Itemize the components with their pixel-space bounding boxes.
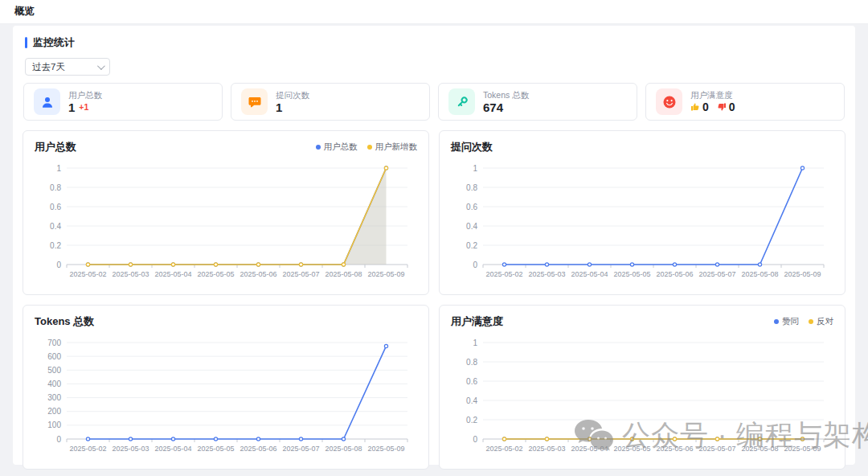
thumb-down-icon xyxy=(717,102,727,112)
stat-card-users: 用户总数 1 +1 xyxy=(23,83,223,121)
svg-text:2025-05-02: 2025-05-02 xyxy=(69,270,106,278)
legend-dot xyxy=(809,319,813,324)
svg-text:2025-05-06: 2025-05-06 xyxy=(240,445,276,453)
svg-text:2025-05-02: 2025-05-02 xyxy=(69,445,106,453)
stat-value: 1 xyxy=(68,101,75,114)
legend-item[interactable]: 赞同 xyxy=(774,316,799,327)
legend-item[interactable]: 用户新增数 xyxy=(367,142,418,153)
svg-text:0.8: 0.8 xyxy=(466,183,477,192)
legend-item[interactable]: 反对 xyxy=(809,316,833,327)
section-title: 监控统计 xyxy=(33,35,75,50)
svg-text:0.6: 0.6 xyxy=(466,377,477,386)
chart-legend: 用户总数用户新增数 xyxy=(316,142,418,153)
svg-text:200: 200 xyxy=(47,407,61,416)
stat-card-satisfaction: 用户满意度 0 0 xyxy=(645,83,845,121)
accent-bar xyxy=(25,37,27,48)
section-header: 监控统计 xyxy=(25,35,845,50)
svg-text:2025-05-02: 2025-05-02 xyxy=(485,270,522,278)
svg-text:0: 0 xyxy=(56,261,61,269)
svg-text:300: 300 xyxy=(47,393,61,402)
svg-text:2025-05-06: 2025-05-06 xyxy=(240,270,276,278)
chart-title: Tokens 总数 xyxy=(35,314,94,329)
time-range-select[interactable]: 过去7天 xyxy=(25,58,110,76)
stat-label: 用户满意度 xyxy=(690,90,735,101)
svg-text:2025-05-02: 2025-05-02 xyxy=(485,445,522,453)
stat-label: 提问次数 xyxy=(276,90,309,101)
legend-label: 用户新增数 xyxy=(375,142,418,153)
thumb-down-value: 0 xyxy=(729,101,735,114)
svg-text:2025-05-04: 2025-05-04 xyxy=(571,445,608,453)
svg-text:2025-05-03: 2025-05-03 xyxy=(528,445,565,453)
charts-grid: 用户总数 用户总数用户新增数 00.20.40.60.812025-05-022… xyxy=(23,130,845,470)
svg-text:2025-05-07: 2025-05-07 xyxy=(698,445,735,453)
svg-text:2025-05-04: 2025-05-04 xyxy=(154,270,191,278)
thumb-up-icon xyxy=(690,102,700,112)
svg-text:2025-05-08: 2025-05-08 xyxy=(741,445,778,453)
stat-label: 用户总数 xyxy=(68,90,102,101)
svg-text:2025-05-09: 2025-05-09 xyxy=(367,270,404,278)
legend-dot xyxy=(316,145,321,150)
stat-value: 1 xyxy=(276,101,282,114)
svg-text:2025-05-04: 2025-05-04 xyxy=(154,445,191,453)
svg-text:0.4: 0.4 xyxy=(466,222,477,231)
svg-text:2025-05-03: 2025-05-03 xyxy=(528,270,565,278)
stats-row: 用户总数 1 +1 提问次数 1 Token xyxy=(23,83,845,121)
svg-text:600: 600 xyxy=(47,352,61,361)
chart-title: 提问次数 xyxy=(451,140,493,154)
svg-text:2025-05-06: 2025-05-06 xyxy=(656,445,693,453)
thumb-up-value: 0 xyxy=(702,101,709,114)
svg-text:2025-05-07: 2025-05-07 xyxy=(282,270,319,278)
svg-text:700: 700 xyxy=(47,339,61,347)
chart-legend: 赞同反对 xyxy=(774,316,833,327)
svg-text:2025-05-07: 2025-05-07 xyxy=(698,270,735,278)
chart-title: 用户总数 xyxy=(35,140,76,154)
stat-value: 674 xyxy=(483,101,503,114)
user-icon xyxy=(34,88,60,115)
svg-text:1: 1 xyxy=(473,164,477,173)
monitor-panel: 监控统计 过去7天 用户总数 1 +1 提问次数 xyxy=(13,26,855,465)
svg-text:0.2: 0.2 xyxy=(466,241,477,250)
legend-item[interactable]: 用户总数 xyxy=(316,142,358,153)
svg-text:2025-05-05: 2025-05-05 xyxy=(613,445,650,453)
svg-text:0.2: 0.2 xyxy=(466,416,477,425)
top-bar: 概览 xyxy=(0,0,868,24)
svg-text:2025-05-05: 2025-05-05 xyxy=(197,270,234,278)
svg-text:0.6: 0.6 xyxy=(50,203,61,211)
svg-text:100: 100 xyxy=(47,421,61,429)
svg-text:2025-05-09: 2025-05-09 xyxy=(367,445,404,453)
svg-text:2025-05-08: 2025-05-08 xyxy=(325,270,362,278)
svg-text:500: 500 xyxy=(47,366,61,375)
svg-text:2025-05-08: 2025-05-08 xyxy=(741,270,778,278)
svg-text:0.4: 0.4 xyxy=(466,396,477,405)
svg-text:0.8: 0.8 xyxy=(50,183,61,192)
stat-card-questions: 提问次数 1 xyxy=(231,83,430,121)
page-title: 概览 xyxy=(14,5,35,18)
svg-text:0.8: 0.8 xyxy=(466,358,477,367)
chat-bubble-icon xyxy=(241,88,268,115)
time-range-value: 过去7天 xyxy=(32,61,65,73)
legend-label: 反对 xyxy=(817,316,833,327)
svg-text:0.2: 0.2 xyxy=(50,241,61,250)
smiley-icon xyxy=(656,88,682,115)
svg-text:1: 1 xyxy=(473,339,477,347)
svg-text:0.6: 0.6 xyxy=(466,203,477,211)
chart-card-questions: 提问次数 00.20.40.60.812025-05-022025-05-032… xyxy=(439,130,845,295)
svg-text:0: 0 xyxy=(473,261,477,269)
legend-dot xyxy=(367,145,372,150)
svg-text:2025-05-09: 2025-05-09 xyxy=(784,270,821,278)
svg-text:2025-05-07: 2025-05-07 xyxy=(282,445,319,453)
svg-text:2025-05-03: 2025-05-03 xyxy=(112,445,149,453)
stat-card-tokens: Tokens 总数 674 xyxy=(438,83,637,121)
chart-card-tokens: Tokens 总数 01002003004005006007002025-05-… xyxy=(23,305,429,470)
legend-dot xyxy=(774,319,779,324)
stat-label: Tokens 总数 xyxy=(483,90,529,101)
chart-canvas-questions: 00.20.40.60.812025-05-022025-05-032025-0… xyxy=(451,158,833,285)
chart-card-satisfaction: 用户满意度 赞同反对 00.20.40.60.812025-05-022025-… xyxy=(439,305,845,470)
legend-label: 用户总数 xyxy=(324,142,358,153)
key-icon xyxy=(448,88,475,115)
svg-text:2025-05-03: 2025-05-03 xyxy=(112,270,149,278)
stat-delta: +1 xyxy=(79,101,88,114)
svg-text:2025-05-09: 2025-05-09 xyxy=(784,445,821,453)
svg-text:0.4: 0.4 xyxy=(50,222,61,231)
svg-text:0: 0 xyxy=(56,435,61,444)
